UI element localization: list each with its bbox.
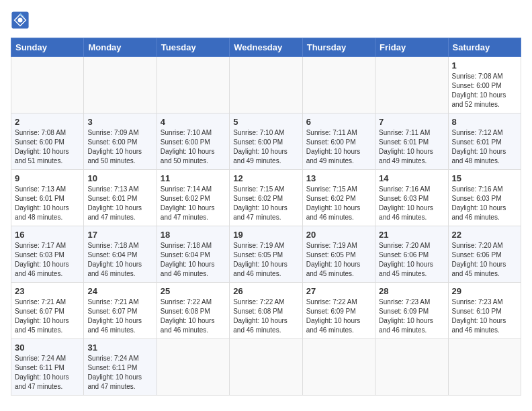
day-info: Sunrise: 7:09 AM Sunset: 6:00 PM Dayligh…: [87, 128, 152, 166]
calendar-day-cell: 3 Sunrise: 7:09 AM Sunset: 6:00 PM Dayli…: [84, 113, 157, 170]
day-number: 21: [379, 230, 444, 240]
calendar-day-cell: 22 Sunrise: 7:20 AM Sunset: 6:06 PM Dayl…: [448, 226, 521, 283]
day-info: Sunrise: 7:22 AM Sunset: 6:08 PM Dayligh…: [233, 298, 298, 335]
day-info: Sunrise: 7:24 AM Sunset: 6:11 PM Dayligh…: [87, 354, 152, 392]
calendar-day-cell: 20 Sunrise: 7:19 AM Sunset: 6:05 PM Dayl…: [302, 226, 375, 283]
day-info: Sunrise: 7:24 AM Sunset: 6:11 PM Dayligh…: [15, 354, 80, 392]
calendar-day-cell: 30 Sunrise: 7:24 AM Sunset: 6:11 PM Dayl…: [11, 339, 84, 396]
day-info: Sunrise: 7:22 AM Sunset: 6:08 PM Dayligh…: [161, 298, 226, 335]
day-number: 12: [233, 173, 298, 183]
day-info: Sunrise: 7:18 AM Sunset: 6:04 PM Dayligh…: [161, 241, 226, 279]
day-number: 22: [452, 230, 517, 240]
calendar-day-cell: 9 Sunrise: 7:13 AM Sunset: 6:01 PM Dayli…: [11, 170, 84, 226]
weekday-header: Saturday: [448, 38, 521, 57]
day-number: 24: [87, 286, 152, 296]
day-number: 10: [87, 173, 152, 183]
day-info: Sunrise: 7:13 AM Sunset: 6:01 PM Dayligh…: [87, 185, 152, 222]
day-info: Sunrise: 7:11 AM Sunset: 6:01 PM Dayligh…: [379, 128, 444, 166]
calendar-day-cell: 1 Sunrise: 7:08 AM Sunset: 6:00 PM Dayli…: [448, 57, 521, 113]
day-info: Sunrise: 7:23 AM Sunset: 6:10 PM Dayligh…: [452, 298, 517, 335]
day-number: 11: [161, 173, 226, 183]
day-number: 14: [379, 173, 444, 183]
calendar-day-cell: [11, 57, 84, 113]
calendar-day-cell: [230, 339, 302, 396]
day-number: 31: [87, 342, 152, 353]
weekday-header: Thursday: [302, 38, 375, 57]
day-number: 25: [161, 286, 226, 296]
calendar-day-cell: [375, 339, 448, 396]
weekday-header: Monday: [84, 38, 157, 57]
day-info: Sunrise: 7:12 AM Sunset: 6:01 PM Dayligh…: [452, 128, 517, 166]
calendar-day-cell: 14 Sunrise: 7:16 AM Sunset: 6:03 PM Dayl…: [375, 170, 448, 226]
day-info: Sunrise: 7:23 AM Sunset: 6:09 PM Dayligh…: [379, 298, 444, 335]
logo-icon: [11, 11, 30, 30]
day-number: 27: [306, 286, 371, 296]
calendar-day-cell: [448, 339, 521, 396]
calendar-day-cell: [375, 57, 448, 113]
weekday-header: Friday: [375, 38, 448, 57]
weekday-header: Tuesday: [157, 38, 229, 57]
day-info: Sunrise: 7:15 AM Sunset: 6:02 PM Dayligh…: [306, 185, 371, 222]
calendar-week-row: 9 Sunrise: 7:13 AM Sunset: 6:01 PM Dayli…: [11, 170, 521, 226]
day-number: 20: [306, 230, 371, 240]
day-number: 29: [452, 286, 517, 296]
calendar-day-cell: 7 Sunrise: 7:11 AM Sunset: 6:01 PM Dayli…: [375, 113, 448, 170]
day-info: Sunrise: 7:18 AM Sunset: 6:04 PM Dayligh…: [87, 241, 152, 279]
calendar-day-cell: [157, 57, 229, 113]
day-info: Sunrise: 7:16 AM Sunset: 6:03 PM Dayligh…: [379, 185, 444, 222]
calendar-day-cell: 8 Sunrise: 7:12 AM Sunset: 6:01 PM Dayli…: [448, 113, 521, 170]
day-number: 7: [379, 117, 444, 127]
day-number: 4: [161, 117, 226, 127]
logo: [11, 11, 32, 30]
day-number: 5: [233, 117, 298, 127]
calendar-day-cell: 10 Sunrise: 7:13 AM Sunset: 6:01 PM Dayl…: [84, 170, 157, 226]
calendar-day-cell: 16 Sunrise: 7:17 AM Sunset: 6:03 PM Dayl…: [11, 226, 84, 283]
calendar-day-cell: [302, 57, 375, 113]
day-number: 26: [233, 286, 298, 296]
day-info: Sunrise: 7:14 AM Sunset: 6:02 PM Dayligh…: [161, 185, 226, 222]
day-number: 8: [452, 117, 517, 127]
day-number: 3: [87, 117, 152, 127]
calendar-header-row: SundayMondayTuesdayWednesdayThursdayFrid…: [11, 38, 521, 57]
calendar-day-cell: [84, 57, 157, 113]
calendar-day-cell: 15 Sunrise: 7:16 AM Sunset: 6:03 PM Dayl…: [448, 170, 521, 226]
day-info: Sunrise: 7:19 AM Sunset: 6:05 PM Dayligh…: [233, 241, 298, 279]
weekday-header: Sunday: [11, 38, 84, 57]
day-info: Sunrise: 7:20 AM Sunset: 6:06 PM Dayligh…: [452, 241, 517, 279]
day-info: Sunrise: 7:17 AM Sunset: 6:03 PM Dayligh…: [15, 241, 80, 279]
calendar-day-cell: 17 Sunrise: 7:18 AM Sunset: 6:04 PM Dayl…: [84, 226, 157, 283]
day-number: 13: [306, 173, 371, 183]
svg-point-2: [18, 18, 23, 23]
day-number: 19: [233, 230, 298, 240]
calendar-day-cell: 27 Sunrise: 7:22 AM Sunset: 6:09 PM Dayl…: [302, 283, 375, 339]
day-number: 18: [161, 230, 226, 240]
day-number: 17: [87, 230, 152, 240]
day-info: Sunrise: 7:20 AM Sunset: 6:06 PM Dayligh…: [379, 241, 444, 279]
calendar-week-row: 2 Sunrise: 7:08 AM Sunset: 6:00 PM Dayli…: [11, 113, 521, 170]
day-number: 6: [306, 117, 371, 127]
day-number: 23: [15, 286, 80, 296]
day-info: Sunrise: 7:22 AM Sunset: 6:09 PM Dayligh…: [306, 298, 371, 335]
page-header: [11, 11, 521, 30]
weekday-header: Wednesday: [230, 38, 302, 57]
day-info: Sunrise: 7:16 AM Sunset: 6:03 PM Dayligh…: [452, 185, 517, 222]
calendar-day-cell: [302, 339, 375, 396]
day-number: 30: [15, 342, 80, 353]
day-number: 15: [452, 173, 517, 183]
calendar-day-cell: 29 Sunrise: 7:23 AM Sunset: 6:10 PM Dayl…: [448, 283, 521, 339]
day-number: 16: [15, 230, 80, 240]
day-info: Sunrise: 7:08 AM Sunset: 6:00 PM Dayligh…: [452, 72, 517, 109]
calendar-day-cell: 5 Sunrise: 7:10 AM Sunset: 6:00 PM Dayli…: [230, 113, 302, 170]
day-info: Sunrise: 7:10 AM Sunset: 6:00 PM Dayligh…: [233, 128, 298, 166]
calendar-day-cell: 19 Sunrise: 7:19 AM Sunset: 6:05 PM Dayl…: [230, 226, 302, 283]
calendar-day-cell: 28 Sunrise: 7:23 AM Sunset: 6:09 PM Dayl…: [375, 283, 448, 339]
calendar-day-cell: 11 Sunrise: 7:14 AM Sunset: 6:02 PM Dayl…: [157, 170, 229, 226]
calendar-day-cell: 4 Sunrise: 7:10 AM Sunset: 6:00 PM Dayli…: [157, 113, 229, 170]
day-info: Sunrise: 7:21 AM Sunset: 6:07 PM Dayligh…: [15, 298, 80, 335]
day-info: Sunrise: 7:15 AM Sunset: 6:02 PM Dayligh…: [233, 185, 298, 222]
day-info: Sunrise: 7:11 AM Sunset: 6:00 PM Dayligh…: [306, 128, 371, 166]
calendar-day-cell: 6 Sunrise: 7:11 AM Sunset: 6:00 PM Dayli…: [302, 113, 375, 170]
day-number: 2: [15, 117, 80, 127]
calendar-week-row: 23 Sunrise: 7:21 AM Sunset: 6:07 PM Dayl…: [11, 283, 521, 339]
calendar-day-cell: 21 Sunrise: 7:20 AM Sunset: 6:06 PM Dayl…: [375, 226, 448, 283]
